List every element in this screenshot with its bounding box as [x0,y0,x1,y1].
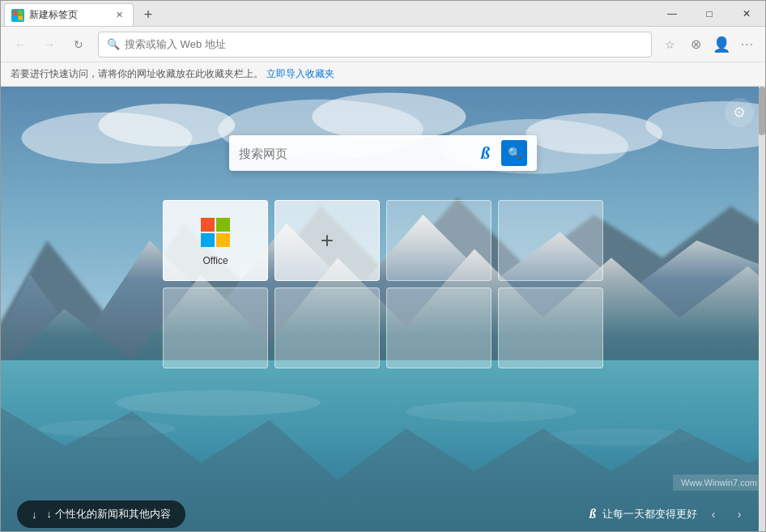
tab-close-button[interactable]: ✕ [112,8,126,23]
address-input[interactable] [125,38,643,50]
speed-dial-add[interactable]: + [274,200,380,281]
svg-point-8 [312,92,466,140]
search-container: ß 🔍 [229,135,537,171]
hub-button[interactable]: ⊗ [684,33,707,56]
window-controls: — □ ✕ [653,1,765,27]
speed-dial-empty-1[interactable] [386,200,492,281]
bottom-right: ß 让每一天都变得更好 ‹ › [589,504,749,524]
tab-title: 新建标签页 [29,8,112,22]
svg-point-16 [116,390,321,416]
svg-rect-3 [19,15,23,20]
svg-rect-21 [201,218,215,232]
scrollbar[interactable] [759,87,765,531]
svg-rect-0 [13,11,18,15]
main-content: ⚙ ß 🔍 Office [1,87,765,531]
import-favorites-link[interactable]: 立即导入收藏夹 [266,67,334,81]
profile-button[interactable]: 👤 [710,33,733,56]
speed-dial-grid: Office + [163,200,603,368]
svg-point-10 [526,113,662,155]
scrollbar-thumb[interactable] [759,87,765,135]
speed-dial-empty-3[interactable] [163,287,268,368]
bottom-bar: ↓ ↓ 个性化的新闻和其他内容 ß 让每一天都变得更好 ‹ › [1,497,765,531]
news-arrow-icon: ↓ [32,509,37,521]
svg-rect-24 [216,233,230,247]
forward-button[interactable]: → [36,32,62,57]
new-tab-button[interactable]: + [137,3,160,26]
close-button[interactable]: ✕ [728,1,765,27]
more-button[interactable]: ··· [736,33,759,56]
maximize-button[interactable]: □ [691,1,728,27]
svg-rect-23 [201,233,215,247]
search-button[interactable]: 🔍 [501,140,527,166]
speed-dial-empty-5[interactable] [386,287,492,368]
tab-area: 新建标签页 ✕ + [4,1,653,26]
gear-icon: ⚙ [733,104,746,121]
bing-logo: ß [481,143,490,164]
news-button[interactable]: ↓ ↓ 个性化的新闻和其他内容 [17,500,185,528]
office-icon [198,215,233,250]
browser-window: 新建标签页 ✕ + — □ ✕ ← → ↻ 🔍 ☆ ⊗ 👤 ··· 若要进行快速… [0,0,766,532]
watermark-text: Www.Winwin7.com [681,478,757,487]
navbar: ← → ↻ 🔍 ☆ ⊗ 👤 ··· [1,27,765,62]
search-box[interactable]: ß 🔍 [229,135,537,171]
bookmarkbar: 若要进行快速访问，请将你的网址收藏放在此收藏夹栏上。 立即导入收藏夹 [1,62,765,87]
watermark: Www.Winwin7.com [673,475,765,491]
svg-point-17 [406,402,577,422]
bookmarkbar-message: 若要进行快速访问，请将你的网址收藏放在此收藏夹栏上。 [11,67,263,81]
address-search-icon: 🔍 [107,38,120,50]
tab-icon [11,9,24,22]
speed-dial-office[interactable]: Office [163,200,268,281]
active-tab[interactable]: 新建标签页 ✕ [4,3,134,26]
next-slide-button[interactable]: › [730,504,749,524]
speed-dial-empty-6[interactable] [498,287,603,368]
news-button-label: ↓ 个性化的新闻和其他内容 [47,507,171,521]
svg-rect-2 [13,15,18,20]
back-button[interactable]: ← [7,32,33,57]
speed-dial-empty-2[interactable] [498,200,603,281]
settings-button[interactable]: ⚙ [725,98,754,127]
minimize-button[interactable]: — [653,1,691,27]
refresh-button[interactable]: ↻ [66,32,91,57]
svg-rect-1 [19,11,23,15]
bing-bottom-logo: ß [589,507,596,521]
prev-slide-button[interactable]: ‹ [704,504,723,524]
bottom-tagline: 让每一天都变得更好 [602,507,697,521]
svg-rect-22 [216,218,230,232]
add-icon: + [321,228,334,253]
svg-point-6 [98,104,235,147]
speed-dial-empty-4[interactable] [274,287,380,368]
address-bar[interactable]: 🔍 [98,32,652,57]
office-tile-label: Office [202,255,228,266]
titlebar: 新建标签页 ✕ + — □ ✕ [1,1,765,27]
search-input[interactable] [239,147,481,160]
favorites-button[interactable]: ☆ [658,33,681,56]
